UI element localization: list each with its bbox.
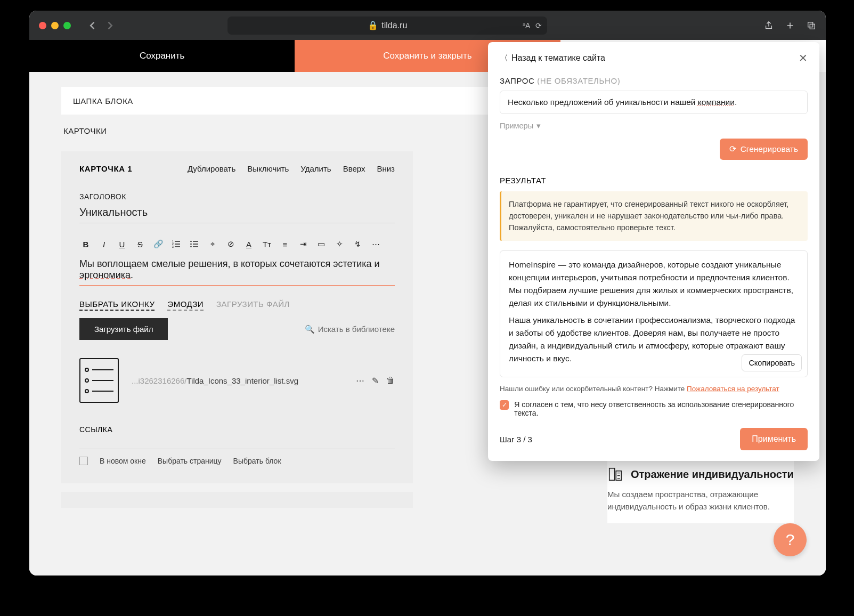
ordered-list-icon[interactable]: 123 [170, 238, 183, 250]
card-2-collapsed[interactable] [61, 492, 413, 508]
clear-format-icon[interactable]: ⊘ [224, 238, 237, 250]
ai-report-row: Нашли ошибку или оскорбительный контент?… [500, 385, 808, 393]
tabs-icon[interactable] [807, 21, 816, 30]
disable-button[interactable]: Выключить [247, 164, 289, 173]
top-right-icons [764, 21, 816, 30]
reload-icon[interactable]: ⟳ [535, 21, 542, 30]
apply-button[interactable]: Применить [740, 428, 808, 450]
align-icon[interactable]: ≡ [279, 238, 291, 250]
card-actions: Дублировать Выключить Удалить Вверх Вниз [188, 164, 395, 173]
ai-result-text[interactable]: HomeInspire — это команда дизайнеров, ко… [500, 250, 808, 377]
new-tab-icon[interactable] [785, 21, 795, 30]
translate-icon[interactable]: ᵃA [523, 21, 530, 30]
new-window-label: В новом окне [100, 457, 146, 465]
svg-rect-0 [808, 22, 813, 27]
underline-icon[interactable]: U [116, 238, 128, 250]
ai-close-icon[interactable]: ✕ [799, 52, 808, 64]
back-nav-icon[interactable] [86, 19, 99, 32]
consent-text: Я согласен с тем, что несу ответственнос… [514, 400, 808, 417]
font-icon[interactable]: A [242, 238, 255, 250]
maximize-window-dot[interactable] [63, 22, 71, 29]
svg-point-5 [190, 241, 191, 242]
preview-icon [607, 466, 623, 482]
question-icon: ? [786, 531, 795, 549]
ai-back-link[interactable]: 〈 Назад к тематике сайта [500, 53, 605, 64]
unordered-list-icon[interactable] [188, 238, 201, 250]
forward-nav-icon[interactable] [104, 19, 117, 32]
consent-checkbox[interactable]: ✓ [500, 400, 509, 410]
book-icon[interactable]: ▭ [315, 238, 328, 250]
preview-feature-card: Отражение индивидуальности Мы создаем пр… [607, 457, 794, 523]
tab-emoji[interactable]: ЭМОДЗИ [167, 299, 204, 311]
tab-upload-file[interactable]: ЗАГРУЗИТЬ ФАЙЛ [216, 299, 290, 311]
card-1: КАРТОЧКА 1 Дублировать Выключить Удалить… [61, 151, 413, 483]
desc-text-underlined: эргономика [79, 270, 131, 280]
file-edit-icon[interactable]: ✎ [372, 376, 379, 386]
choose-block-link[interactable]: Выбрать блок [233, 457, 281, 465]
more-icon[interactable]: ⋯ [369, 238, 382, 250]
move-up-button[interactable]: Вверх [343, 164, 365, 173]
move-down-button[interactable]: Вниз [377, 164, 395, 173]
url-text: tilda.ru [381, 21, 407, 30]
file-name-text: Tilda_Icons_33_interior_list.svg [186, 376, 298, 385]
svg-point-7 [190, 246, 191, 247]
choose-page-link[interactable]: Выбрать страницу [158, 457, 222, 465]
ai-request-input[interactable]: Несколько предложений об уникальности на… [500, 91, 808, 114]
svg-rect-1 [810, 24, 815, 29]
ai-examples-dropdown[interactable]: Примеры ▾ [500, 121, 808, 130]
sparkle-icon[interactable]: ✧ [333, 238, 346, 250]
share-icon[interactable] [764, 21, 774, 30]
chevron-left-icon: 〈 [500, 53, 508, 64]
save-button[interactable]: Сохранить [29, 40, 295, 72]
rte-toolbar: B I U S 🔗 123 ⌖ ⊘ A Tт ≡ ⇥ ▭ ✧ ↯ ⋯ [79, 234, 395, 254]
strike-icon[interactable]: S [134, 238, 147, 250]
file-delete-icon[interactable]: 🗑 [386, 376, 395, 386]
indent-icon[interactable]: ⇥ [297, 238, 310, 250]
code-icon[interactable]: ↯ [351, 238, 364, 250]
result-paragraph-1: HomeInspire — это команда дизайнеров, ко… [509, 258, 799, 310]
uploaded-file-row: ...i3262316266/Tilda_Icons_33_interior_l… [79, 358, 395, 403]
heading-label: ЗАГОЛОВОК [79, 192, 395, 201]
magnifier-icon: 🔍 [305, 325, 315, 334]
step-indicator: Шаг 3 / 3 [500, 435, 532, 444]
file-name: ...i3262316266/Tilda_Icons_33_interior_l… [132, 376, 343, 385]
address-bar[interactable]: 🔒 tilda.ru ᵃA ⟳ [227, 17, 547, 35]
generate-button[interactable]: ⟳ Сгенерировать [720, 139, 808, 160]
bold-icon[interactable]: B [79, 238, 92, 250]
link-options-row: В новом окне Выбрать страницу Выбрать бл… [79, 449, 395, 465]
app-area: Сохранить Сохранить и закрыть Закрыть ША… [29, 40, 826, 576]
preview-title: Отражение индивидуальности [631, 468, 794, 481]
anchor-icon[interactable]: ⌖ [206, 238, 219, 250]
file-path-dim: ...i3262316266/ [132, 376, 186, 385]
chevron-down-icon: ▾ [536, 121, 541, 130]
text-size-icon[interactable]: Tт [261, 238, 273, 250]
consent-row: ✓ Я согласен с тем, что несу ответственн… [500, 400, 808, 417]
duplicate-button[interactable]: Дублировать [188, 164, 235, 173]
ai-back-text: Назад к тематике сайта [511, 53, 605, 63]
help-fab[interactable]: ? [774, 523, 807, 556]
minimize-window-dot[interactable] [51, 22, 59, 29]
heading-input[interactable]: Уникальность [79, 206, 395, 223]
desc-text-suffix: . [131, 270, 133, 280]
copy-button[interactable]: Скопировать [742, 354, 802, 371]
link-icon[interactable]: 🔗 [152, 238, 165, 250]
browser-window: 🔒 tilda.ru ᵃA ⟳ Сохранить Сохранить и за… [29, 11, 826, 576]
delete-button[interactable]: Удалить [300, 164, 331, 173]
report-link[interactable]: Пожаловаться на результат [687, 385, 779, 393]
window-controls [39, 22, 71, 29]
desc-text-prefix: Мы воплощаем смелые решения, в которых с… [79, 258, 380, 269]
refresh-icon: ⟳ [729, 144, 736, 154]
description-input[interactable]: Мы воплощаем смелые решения, в которых с… [79, 254, 395, 286]
lock-icon: 🔒 [368, 20, 378, 30]
ai-result-label: РЕЗУЛЬТАТ [500, 176, 808, 185]
search-library-text: Искать в библиотеке [318, 325, 395, 334]
search-library-link[interactable]: 🔍 Искать в библиотеке [305, 325, 395, 334]
upload-file-button[interactable]: Загрузить файл [79, 318, 168, 340]
file-more-icon[interactable]: ⋯ [356, 376, 364, 386]
close-window-dot[interactable] [39, 22, 46, 29]
tab-choose-icon[interactable]: ВЫБРАТЬ ИКОНКУ [79, 299, 154, 311]
svg-rect-8 [609, 468, 615, 481]
italic-icon[interactable]: I [97, 238, 110, 250]
new-window-checkbox[interactable] [79, 457, 88, 465]
browser-toolbar: 🔒 tilda.ru ᵃA ⟳ [29, 11, 826, 40]
